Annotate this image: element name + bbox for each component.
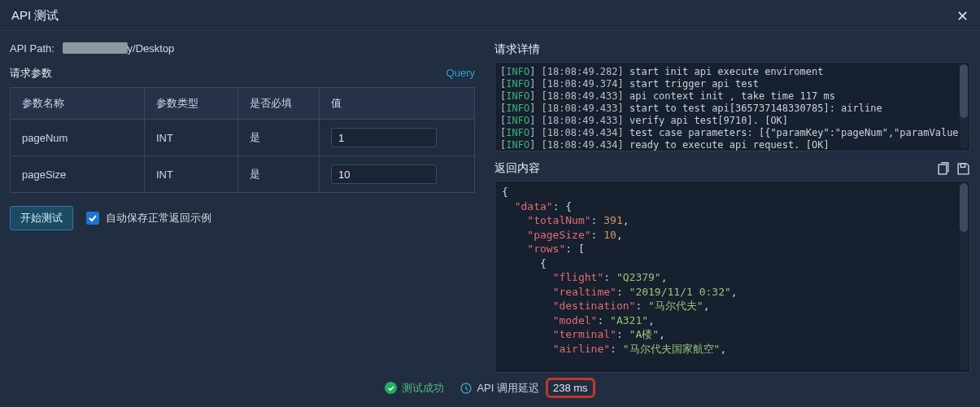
left-pane: API Path: y/Desktop 请求参数 Query 参数名称 参数类型… (10, 42, 475, 373)
success-label: 测试成功 (402, 381, 444, 396)
latency-label: API 调用延迟 (477, 381, 539, 396)
param-required: 是 (238, 156, 320, 193)
modal-title: API 测试 (11, 8, 59, 24)
request-params-header: 请求参数 (10, 66, 52, 81)
checkbox-checked-icon (86, 212, 99, 225)
autosave-label: 自动保存正常返回示例 (106, 211, 211, 225)
col-value: 值 (320, 88, 475, 120)
success-check-icon (385, 382, 397, 394)
api-test-modal: API 测试 ✕ API Path: y/Desktop 请求参数 Query … (0, 0, 980, 407)
table-row: pageSize INT 是 (11, 156, 475, 193)
log-scrollbar-thumb[interactable] (960, 64, 968, 118)
col-required: 是否必填 (238, 88, 320, 120)
request-details-header: 请求详情 (494, 42, 970, 57)
right-pane: 请求详情 [INFO] [18:08:49.282] start init ap… (494, 42, 970, 373)
latency-status: API 调用延迟 238 ms (460, 378, 595, 398)
response-json[interactable]: { "data": { "totalNum": 391, "pageSize":… (494, 181, 970, 373)
param-required: 是 (238, 120, 320, 156)
clock-icon (460, 383, 472, 394)
col-name: 参数名称 (11, 88, 145, 120)
api-path-value: y/Desktop (128, 42, 175, 55)
api-path-label: API Path: (10, 42, 54, 55)
close-icon[interactable]: ✕ (956, 9, 969, 24)
param-value-input[interactable] (331, 128, 437, 147)
log-output[interactable]: [INFO] [18:08:49.282] start init api exe… (494, 62, 970, 151)
param-type: INT (145, 156, 238, 193)
query-tab[interactable]: Query (446, 67, 475, 79)
latency-value: 238 ms (546, 378, 595, 398)
copy-icon[interactable] (936, 162, 950, 176)
params-table: 参数名称 参数类型 是否必填 值 pageNum INT 是 pageSize (10, 87, 475, 193)
titlebar: API 测试 ✕ (0, 0, 980, 31)
test-success-status: 测试成功 (385, 381, 444, 396)
api-path-redacted (63, 42, 128, 54)
param-value-input[interactable] (331, 164, 437, 184)
svg-rect-1 (960, 164, 965, 167)
col-type: 参数类型 (145, 88, 238, 120)
param-type: INT (145, 120, 238, 156)
response-header: 返回内容 (494, 161, 540, 176)
json-scrollbar-thumb[interactable] (960, 183, 968, 232)
start-test-button[interactable]: 开始测试 (10, 206, 73, 230)
param-name: pageSize (11, 156, 145, 193)
autosave-checkbox[interactable]: 自动保存正常返回示例 (86, 211, 211, 225)
table-row: pageNum INT 是 (11, 120, 475, 156)
svg-rect-0 (939, 164, 947, 174)
api-path-row: API Path: y/Desktop (10, 42, 475, 55)
param-name: pageNum (11, 120, 145, 156)
footer: 测试成功 API 调用延迟 238 ms (0, 373, 980, 407)
save-icon[interactable] (956, 162, 970, 176)
